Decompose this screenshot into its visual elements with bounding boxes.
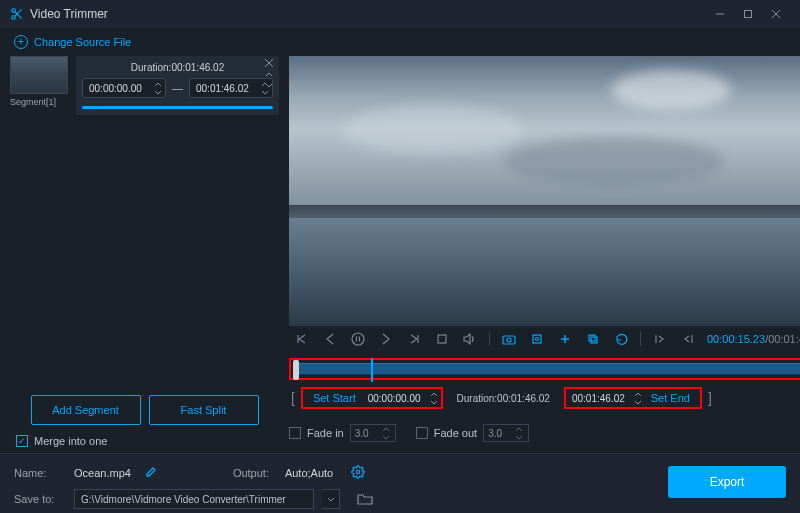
capture-icon[interactable] xyxy=(528,330,546,348)
stop-icon[interactable] xyxy=(433,330,451,348)
add-icon[interactable] xyxy=(556,330,574,348)
svg-point-20 xyxy=(536,338,539,341)
fade-row: Fade in 3.0 Fade out 3.0 xyxy=(289,424,800,442)
svg-rect-19 xyxy=(533,335,541,343)
output-settings-icon[interactable] xyxy=(351,465,365,481)
spinner-icon[interactable] xyxy=(153,80,163,96)
window-title: Video Trimmer xyxy=(30,7,108,21)
snapshot-icon[interactable] xyxy=(500,330,518,348)
bracket-open-icon: [ xyxy=(289,390,297,406)
trim-handle-start[interactable] xyxy=(293,360,299,380)
svg-rect-15 xyxy=(438,335,446,343)
segment-card: Duration:00:01:46.02 00:00:00.00 — 00:01… xyxy=(76,56,279,115)
fade-out-checkbox[interactable] xyxy=(416,427,428,439)
segment-movedown-icon[interactable] xyxy=(263,80,275,90)
segment-progress-bar xyxy=(82,106,273,109)
change-source-label: Change Source File xyxy=(34,36,131,48)
trim-duration-label: Duration:00:01:46.02 xyxy=(447,393,560,404)
bracket-close-icon: ] xyxy=(706,390,714,406)
segment-index-label: Segment[1] xyxy=(10,97,70,107)
change-source-button[interactable]: + Change Source File xyxy=(0,28,800,56)
svg-rect-17 xyxy=(503,336,515,344)
start-time-input[interactable]: 00:00:00.00 xyxy=(364,390,439,406)
merge-checkbox[interactable]: ✓ xyxy=(16,435,28,447)
export-button[interactable]: Export xyxy=(668,466,786,498)
title-bar: Video Trimmer xyxy=(0,0,800,28)
footer-bar: Name: Ocean.mp4 Output: Auto;Auto Save t… xyxy=(0,453,800,513)
saveto-dropdown[interactable] xyxy=(322,489,340,509)
plus-circle-icon: + xyxy=(14,35,28,49)
svg-point-11 xyxy=(352,333,364,345)
name-value: Ocean.mp4 xyxy=(74,467,131,479)
copy-icon[interactable] xyxy=(584,330,602,348)
next-frame-icon[interactable] xyxy=(377,330,395,348)
maximize-button[interactable] xyxy=(734,4,762,24)
fast-split-button[interactable]: Fast Split xyxy=(149,395,259,425)
time-readout: 00:00:15.23/00:01:46.02 xyxy=(707,333,800,345)
add-segment-button[interactable]: Add Segment xyxy=(31,395,141,425)
segment-duration-label: Duration:00:01:46.02 xyxy=(82,60,273,76)
left-panel: Segment[1] Duration:00:01:46.02 00:00:00… xyxy=(0,56,289,451)
saveto-label: Save to: xyxy=(14,493,66,505)
trim-slider[interactable] xyxy=(289,358,800,380)
output-label: Output: xyxy=(233,467,277,479)
undo-icon[interactable] xyxy=(612,330,630,348)
fade-in-checkbox[interactable] xyxy=(289,427,301,439)
svg-point-18 xyxy=(507,338,511,342)
output-value: Auto;Auto xyxy=(285,467,333,479)
segment-remove-icon[interactable] xyxy=(263,58,275,68)
dash-separator: — xyxy=(172,82,183,94)
open-folder-icon[interactable] xyxy=(354,489,376,509)
minimize-button[interactable] xyxy=(706,4,734,24)
prev-frame-icon[interactable] xyxy=(321,330,339,348)
playback-controls: 00:00:15.23/00:01:46.02 xyxy=(289,326,800,352)
set-out-icon[interactable] xyxy=(679,330,697,348)
set-end-button[interactable]: Set End xyxy=(643,388,698,408)
svg-rect-5 xyxy=(745,11,752,18)
volume-icon[interactable] xyxy=(461,330,479,348)
app-logo-icon xyxy=(10,7,24,21)
svg-point-25 xyxy=(356,470,360,474)
segment-thumbnail[interactable] xyxy=(10,56,68,94)
set-in-icon[interactable] xyxy=(651,330,669,348)
merge-label: Merge into one xyxy=(34,435,107,447)
rename-icon[interactable] xyxy=(145,466,157,480)
svg-rect-24 xyxy=(591,337,597,343)
video-preview[interactable] xyxy=(289,56,800,326)
fade-in-label: Fade in xyxy=(307,427,344,439)
svg-rect-23 xyxy=(589,335,595,341)
segment-end-input[interactable]: 00:01:46.02 xyxy=(189,78,273,98)
name-label: Name: xyxy=(14,467,66,479)
goto-start-icon[interactable] xyxy=(293,330,311,348)
playhead-marker[interactable] xyxy=(371,358,373,382)
saveto-path[interactable]: G:\Vidmore\Vidmore Video Converter\Trimm… xyxy=(74,489,314,509)
svg-marker-16 xyxy=(464,334,470,344)
set-start-button[interactable]: Set Start xyxy=(305,388,364,408)
segment-moveup-icon[interactable] xyxy=(263,69,275,79)
close-button[interactable] xyxy=(762,4,790,24)
svg-point-1 xyxy=(12,16,16,20)
goto-end-icon[interactable] xyxy=(405,330,423,348)
trim-controls-row: [ Set Start 00:00:00.00 Duration:00:01:4… xyxy=(289,386,800,410)
fade-in-value[interactable]: 3.0 xyxy=(350,424,396,442)
fade-out-label: Fade out xyxy=(434,427,477,439)
end-time-input[interactable]: 00:01:46.02 xyxy=(568,390,643,406)
right-panel: 00:00:15.23/00:01:46.02 [ Set Start 00:0… xyxy=(289,56,800,451)
svg-point-0 xyxy=(12,9,16,13)
fade-out-value[interactable]: 3.0 xyxy=(483,424,529,442)
play-pause-icon[interactable] xyxy=(349,330,367,348)
segment-start-input[interactable]: 00:00:00.00 xyxy=(82,78,166,98)
